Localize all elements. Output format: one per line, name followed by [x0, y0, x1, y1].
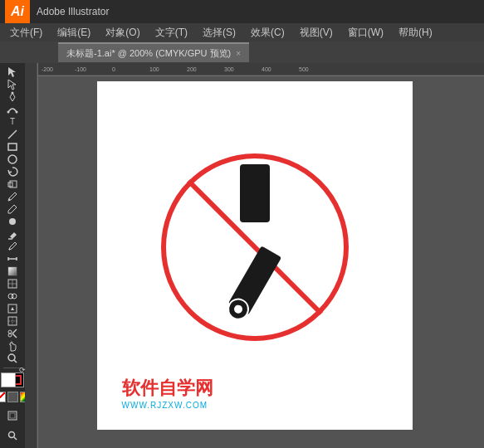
svg-point-0 — [12, 92, 14, 95]
ruler-horizontal: -200-1000 100200 300400 500 — [25, 63, 484, 76]
svg-line-24 — [12, 334, 17, 338]
tool-scissors[interactable] — [2, 328, 23, 339]
tool-zoom-bottom[interactable] — [2, 426, 23, 445]
svg-point-9 — [9, 248, 11, 250]
color-boxes[interactable]: ⟳ — [1, 373, 24, 387]
tool-eraser[interactable] — [2, 228, 23, 240]
svg-text:500: 500 — [299, 66, 309, 72]
ruler-v-marks — [25, 63, 38, 448]
tool-selection[interactable] — [2, 66, 23, 78]
bottom-tools — [2, 407, 23, 445]
tool-zoom[interactable] — [2, 353, 23, 364]
none-swatch[interactable] — [0, 392, 6, 402]
tool-curvature[interactable] — [2, 104, 23, 115]
app-logo: Ai — [5, 0, 30, 23]
tool-eyedropper[interactable] — [2, 241, 23, 252]
watermark-line2: WWW.RJZXW.COM — [122, 401, 213, 410]
tool-blob-brush[interactable] — [2, 216, 23, 227]
svg-point-25 — [8, 330, 12, 334]
menu-type[interactable]: 文字(T) — [149, 24, 194, 41]
svg-text:-200: -200 — [42, 66, 53, 72]
tool-type[interactable]: T — [2, 116, 23, 128]
tool-direct-selection[interactable] — [2, 79, 23, 90]
watermark-line1: 软件自学网 — [122, 376, 213, 401]
menu-help[interactable]: 帮助(H) — [392, 24, 439, 41]
tool-artboard[interactable] — [2, 407, 23, 425]
svg-text:300: 300 — [224, 66, 234, 72]
watermark: 软件自学网 WWW.RJZXW.COM — [122, 376, 213, 410]
toolbar: T — [0, 63, 25, 448]
tool-scale[interactable] — [2, 178, 23, 190]
svg-point-27 — [8, 354, 15, 361]
menu-view[interactable]: 视图(V) — [293, 24, 340, 41]
svg-point-31 — [9, 431, 15, 437]
menu-select[interactable]: 选择(S) — [196, 24, 242, 41]
canvas-area: -200-1000 100200 300400 500 — [25, 63, 484, 448]
svg-line-32 — [14, 437, 17, 440]
main-area: T — [0, 63, 484, 448]
tool-rotate[interactable] — [2, 166, 23, 178]
tab-bar: 未标题-1.ai* @ 200% (CMYK/GPU 预览) × — [0, 41, 484, 63]
tool-pen[interactable] — [2, 91, 23, 103]
document-tab[interactable]: 未标题-1.ai* @ 200% (CMYK/GPU 预览) × — [58, 42, 249, 62]
menu-window[interactable]: 窗口(W) — [341, 24, 390, 41]
none-swatch-cross — [0, 392, 5, 402]
tool-ellipse[interactable] — [2, 153, 23, 165]
svg-text:200: 200 — [187, 66, 197, 72]
tool-shape-builder[interactable] — [2, 290, 23, 302]
svg-rect-13 — [8, 267, 17, 275]
menu-object[interactable]: 对象(O) — [99, 24, 146, 41]
tool-gradient[interactable] — [2, 265, 23, 277]
svg-point-26 — [8, 334, 12, 337]
svg-line-3 — [8, 130, 17, 139]
ruler-vertical — [25, 63, 38, 448]
tool-pencil[interactable] — [2, 203, 23, 215]
tool-hand[interactable] — [2, 340, 23, 352]
document-canvas: 软件自学网 WWW.RJZXW.COM — [97, 81, 413, 430]
tool-rectangle[interactable] — [2, 141, 23, 153]
tool-slice[interactable] — [2, 315, 23, 327]
svg-point-18 — [12, 294, 17, 299]
svg-point-8 — [9, 198, 11, 200]
svg-point-1 — [7, 111, 10, 114]
tool-line[interactable] — [2, 129, 23, 140]
tab-close-button[interactable]: × — [236, 49, 241, 58]
tab-label: 未标题-1.ai* @ 200% (CMYK/GPU 预览) — [66, 47, 231, 60]
black-swatch[interactable] — [7, 392, 18, 402]
svg-rect-29 — [8, 411, 17, 420]
svg-text:100: 100 — [149, 66, 159, 72]
title-bar: Ai Adobe Illustrator — [0, 0, 484, 23]
color-mode-row — [0, 392, 25, 402]
menu-bar: 文件(F) 编辑(E) 对象(O) 文字(T) 选择(S) 效果(C) 视图(V… — [0, 23, 484, 41]
ruler-h-marks: -200-1000 100200 300400 500 — [25, 63, 484, 76]
tool-mesh[interactable] — [2, 278, 23, 290]
svg-point-2 — [16, 111, 18, 114]
svg-rect-45 — [240, 164, 270, 222]
svg-rect-30 — [10, 413, 15, 418]
tool-measure[interactable] — [2, 253, 23, 265]
svg-text:0: 0 — [112, 66, 115, 72]
svg-text:-100: -100 — [75, 66, 86, 72]
app-title: Adobe Illustrator — [37, 6, 109, 17]
tool-paintbrush[interactable] — [2, 191, 23, 202]
svg-rect-4 — [8, 144, 17, 150]
svg-text:400: 400 — [262, 66, 271, 72]
menu-file[interactable]: 文件(F) — [3, 24, 49, 41]
menu-effect[interactable]: 效果(C) — [244, 24, 291, 41]
svg-line-28 — [14, 360, 17, 363]
svg-point-5 — [8, 155, 17, 163]
menu-edit[interactable]: 编辑(E) — [51, 24, 97, 41]
tool-live-paint[interactable] — [2, 303, 23, 314]
fill-color-box[interactable] — [1, 373, 16, 387]
svg-line-23 — [12, 329, 17, 334]
artwork-svg — [139, 139, 371, 372]
